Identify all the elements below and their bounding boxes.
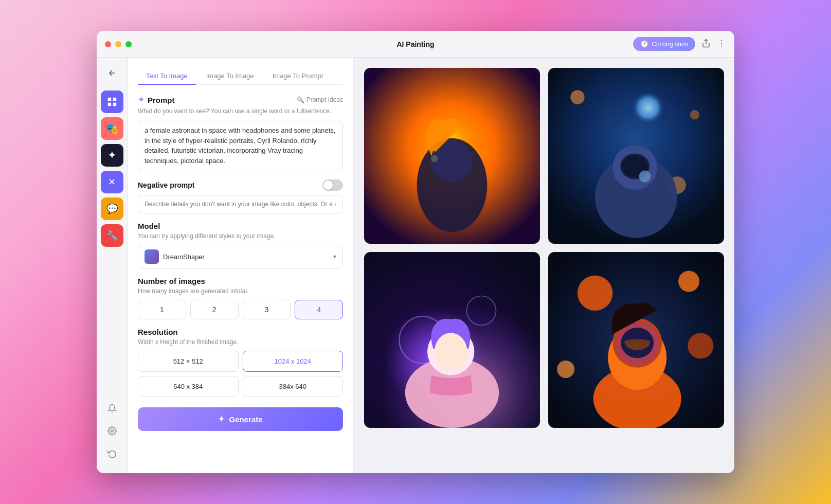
prompt-ideas-link[interactable]: 🔍 Prompt Ideas: [297, 96, 343, 103]
svg-rect-5: [113, 98, 116, 101]
chevron-down-icon: ▾: [333, 253, 336, 260]
svg-point-17: [690, 110, 699, 119]
resolution-grid: 512 × 512 1024 x 1024 640 x 384 384x 640: [138, 351, 343, 397]
bell-icon[interactable]: [103, 399, 121, 418]
image-card-4[interactable]: [548, 252, 724, 428]
titlebar-actions: 🕐 Coming soon: [633, 37, 726, 51]
right-panel: [354, 58, 734, 473]
maximize-button[interactable]: [125, 41, 132, 47]
image-card-1[interactable]: [364, 68, 540, 244]
svg-point-13: [431, 155, 438, 163]
tab-text-to-image[interactable]: Text To Image: [138, 68, 196, 85]
prompt-description: What do you want to see? You can use a s…: [138, 107, 343, 115]
settings-icon[interactable]: [103, 422, 121, 440]
model-thumbnail: [144, 249, 159, 264]
generate-button[interactable]: ✦ Generate: [138, 407, 343, 431]
num-images-title: Number of images: [138, 277, 343, 285]
num-images-grid: 1 2 3 4: [138, 300, 343, 319]
num-images-description: How many images are generated intotal.: [138, 287, 343, 295]
negative-prompt-toggle[interactable]: [322, 179, 343, 191]
sidebar-back-button[interactable]: [103, 64, 121, 82]
res-btn-384x640[interactable]: 384x 640: [243, 376, 344, 397]
sidebar-item-face[interactable]: 🎭: [101, 117, 123, 140]
num-btn-3[interactable]: 3: [243, 300, 291, 319]
sidebar-item-xform[interactable]: ✕: [101, 171, 123, 193]
svg-point-3: [721, 45, 722, 46]
svg-rect-4: [107, 98, 111, 101]
negative-prompt-input[interactable]: [138, 195, 343, 213]
generate-sparkle-icon: ✦: [218, 415, 225, 424]
coming-soon-badge: 🕐 Coming soon: [633, 37, 695, 51]
svg-point-1: [721, 40, 722, 41]
sidebar-item-grid[interactable]: [101, 91, 123, 113]
res-btn-640x384[interactable]: 640 x 384: [138, 376, 239, 397]
model-name: DreamShaper: [163, 253, 329, 261]
svg-point-35: [557, 361, 574, 378]
app-window: AI Painting 🕐 Coming soon: [97, 31, 734, 473]
prompt-header: ✦ Prompt 🔍 Prompt Ideas: [138, 95, 343, 104]
resolution-description: Width x Height of the finished image.: [138, 338, 343, 346]
resolution-title: Resolution: [138, 328, 343, 336]
tabs: Text To Image Image To Image Image To Pr…: [138, 68, 343, 85]
traffic-lights: [105, 41, 132, 47]
negative-prompt-header: Negative prompt: [138, 179, 343, 191]
window-title: AI Painting: [396, 40, 434, 48]
sparkle-icon: ✦: [138, 95, 144, 104]
titlebar: AI Painting 🕐 Coming soon: [97, 31, 734, 58]
svg-rect-7: [113, 103, 116, 106]
main-layout: 🎭 ✦ ✕ 💬 🔧: [97, 58, 734, 473]
svg-point-34: [688, 333, 713, 358]
svg-point-2: [721, 42, 722, 43]
sidebar-item-tools[interactable]: 🔧: [101, 224, 123, 247]
svg-point-33: [678, 271, 699, 292]
model-description: You can try applying different styles to…: [138, 232, 343, 240]
tab-image-to-prompt[interactable]: Image To Prompt: [264, 68, 332, 85]
negative-prompt-title: Negative prompt: [138, 181, 194, 189]
share-icon[interactable]: [701, 39, 711, 50]
clock-icon: 🕐: [640, 40, 648, 48]
sidebar-item-ai[interactable]: ✦: [101, 144, 123, 167]
close-button[interactable]: [105, 41, 111, 47]
search-icon: 🔍: [297, 96, 304, 103]
more-icon[interactable]: [717, 39, 726, 50]
res-btn-512[interactable]: 512 × 512: [138, 351, 239, 372]
prompt-textarea[interactable]: a female astronaut in space with headpho…: [138, 120, 343, 171]
sidebar-bottom: [103, 399, 121, 467]
images-grid: [364, 68, 724, 428]
prompt-title: ✦ Prompt: [138, 95, 175, 104]
refresh-icon[interactable]: [103, 444, 121, 463]
svg-point-32: [577, 276, 612, 311]
num-btn-2[interactable]: 2: [190, 300, 239, 319]
minimize-button[interactable]: [115, 41, 121, 47]
sidebar: 🎭 ✦ ✕ 💬 🔧: [97, 58, 128, 473]
svg-point-15: [612, 88, 677, 153]
svg-point-23: [639, 171, 651, 183]
svg-point-30: [435, 333, 467, 370]
image-card-2[interactable]: [548, 68, 724, 244]
sidebar-item-chat[interactable]: 💬: [101, 197, 123, 220]
num-btn-1[interactable]: 1: [138, 300, 186, 319]
model-select[interactable]: DreamShaper ▾: [138, 245, 343, 268]
res-btn-1024[interactable]: 1024 x 1024: [243, 351, 344, 372]
num-btn-4[interactable]: 4: [295, 300, 343, 319]
left-panel: Text To Image Image To Image Image To Pr…: [128, 58, 354, 473]
svg-point-16: [570, 90, 584, 104]
tab-image-to-image[interactable]: Image To Image: [198, 68, 262, 85]
image-card-3[interactable]: [364, 252, 540, 428]
svg-point-8: [111, 430, 113, 433]
model-title: Model: [138, 222, 343, 230]
svg-rect-6: [107, 103, 111, 106]
